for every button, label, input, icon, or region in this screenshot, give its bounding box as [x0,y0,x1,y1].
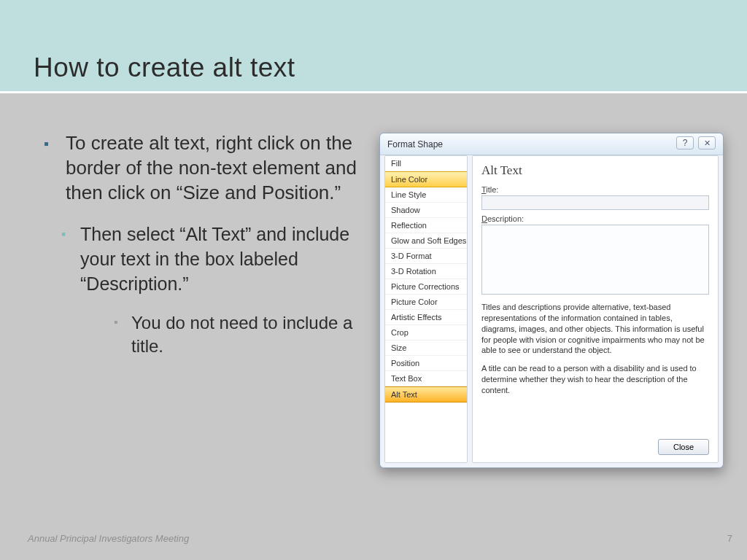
title-label: Title: [481,185,709,194]
bullet-level-2: Then select “Alt Text” and include your … [44,222,365,296]
category-list: FillLine ColorLine StyleShadowReflection… [384,155,468,463]
dialog-titlebar[interactable]: Format Shape ? ✕ [380,133,723,155]
category-item[interactable]: Position [385,356,467,371]
category-item[interactable]: Line Style [385,187,467,203]
category-item[interactable]: Size [385,341,467,356]
bullet-level-3: You do not need to include a title. [44,311,365,359]
info-paragraph-2: A title can be read to a person with a d… [481,363,709,396]
dialog-title-text: Format Shape [387,139,443,149]
category-item[interactable]: 3-D Rotation [385,264,467,279]
footer-text: Annual Principal Investigators Meeting [28,533,189,544]
slide-content: To create alt text, right click on the b… [44,131,365,358]
category-item[interactable]: Fill [385,156,467,171]
category-item[interactable]: Crop [385,325,467,341]
category-item[interactable]: Picture Color [385,295,467,310]
category-item[interactable]: Glow and Soft Edges [385,233,467,249]
slide: How to create alt text To create alt tex… [0,0,747,560]
category-item[interactable]: Reflection [385,218,467,233]
category-item[interactable]: Shadow [385,203,467,218]
page-number: 7 [727,533,732,544]
description-textarea[interactable] [481,225,709,295]
format-shape-dialog: Format Shape ? ✕ FillLine ColorLine Styl… [379,133,724,468]
category-item[interactable]: Text Box [385,371,467,386]
category-item[interactable]: Line Color [385,171,467,187]
slide-title: How to create alt text [34,52,295,83]
alt-text-pane: Alt Text Title: Description: Titles and … [472,155,719,463]
description-label: Description: [481,214,709,223]
category-item[interactable]: Artistic Effects [385,310,467,325]
category-item[interactable]: Picture Corrections [385,279,467,295]
close-icon[interactable]: ✕ [698,136,716,149]
bullet-level-1: To create alt text, right click on the b… [44,131,365,205]
info-paragraph-1: Titles and descriptions provide alternat… [481,302,709,356]
help-icon[interactable]: ? [676,136,694,149]
category-item[interactable]: 3-D Format [385,249,467,264]
close-button[interactable]: Close [658,439,709,455]
title-input[interactable] [481,195,709,210]
category-item[interactable]: Alt Text [385,386,467,402]
pane-heading: Alt Text [481,163,709,178]
